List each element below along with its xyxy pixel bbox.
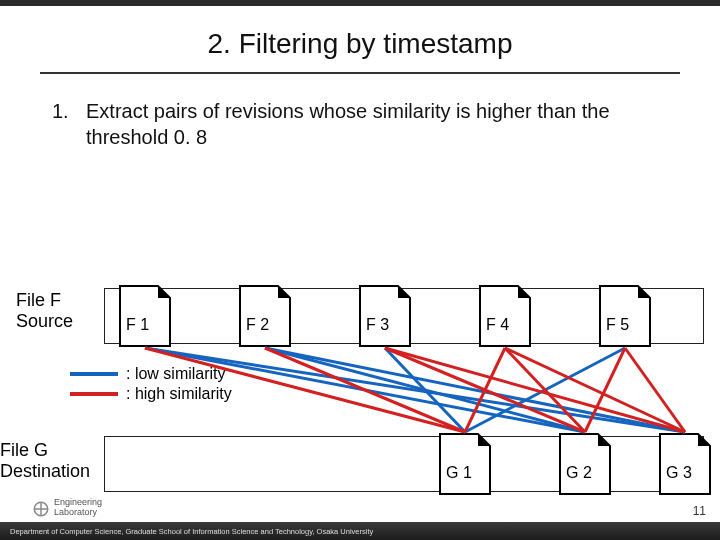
file-g-label-text: File G Destination	[0, 440, 90, 481]
svg-line-7	[265, 348, 465, 432]
doc-f3: F 3	[358, 284, 412, 348]
legend-high: : high similarity	[70, 384, 232, 404]
title-underline	[40, 72, 680, 74]
legend-low-label: : low similarity	[126, 365, 226, 383]
lab-line2: Laboratory	[54, 508, 102, 517]
svg-line-9	[385, 348, 685, 432]
page-number: 11	[693, 504, 706, 518]
doc-g2: G 2	[558, 432, 612, 496]
top-accent-bar	[0, 0, 720, 6]
svg-line-4	[385, 348, 465, 432]
lab-logo-icon	[32, 500, 50, 518]
doc-f3-label: F 3	[366, 316, 389, 334]
doc-g1: G 1	[438, 432, 492, 496]
legend-high-label: : high similarity	[126, 385, 232, 403]
svg-line-2	[265, 348, 585, 432]
doc-f5-label: F 5	[606, 316, 629, 334]
footer-text: Department of Computer Science, Graduate…	[10, 527, 373, 536]
svg-line-8	[385, 348, 585, 432]
file-g-track	[104, 436, 704, 492]
footer-bar: Department of Computer Science, Graduate…	[0, 522, 720, 540]
svg-line-11	[505, 348, 585, 432]
doc-g3: G 3	[658, 432, 712, 496]
legend: : low similarity : high similarity	[70, 364, 232, 404]
svg-line-14	[625, 348, 685, 432]
legend-low: : low similarity	[70, 364, 232, 384]
svg-line-5	[465, 348, 625, 432]
doc-f1: F 1	[118, 284, 172, 348]
doc-g1-label: G 1	[446, 464, 472, 482]
bullet-number: 1.	[52, 98, 86, 124]
svg-line-13	[585, 348, 625, 432]
doc-g3-label: G 3	[666, 464, 692, 482]
legend-low-swatch	[70, 372, 118, 376]
bullet-1: 1. Extract pairs of revisions whose simi…	[52, 98, 672, 150]
lab-label: Engineering Laboratory	[54, 498, 102, 517]
doc-g2-label: G 2	[566, 464, 592, 482]
doc-f4: F 4	[478, 284, 532, 348]
svg-line-10	[465, 348, 505, 432]
bullet-text: Extract pairs of revisions whose similar…	[86, 98, 672, 150]
doc-f5: F 5	[598, 284, 652, 348]
doc-f2: F 2	[238, 284, 292, 348]
legend-high-swatch	[70, 392, 118, 396]
file-g-label: File G Destination	[0, 440, 90, 481]
svg-line-12	[505, 348, 685, 432]
file-f-label: File F Source	[16, 290, 73, 331]
doc-f4-label: F 4	[486, 316, 509, 334]
file-f-label-text: File F Source	[16, 290, 73, 331]
doc-f2-label: F 2	[246, 316, 269, 334]
doc-f1-label: F 1	[126, 316, 149, 334]
slide-title: 2. Filtering by timestamp	[0, 28, 720, 60]
svg-line-3	[265, 348, 685, 432]
